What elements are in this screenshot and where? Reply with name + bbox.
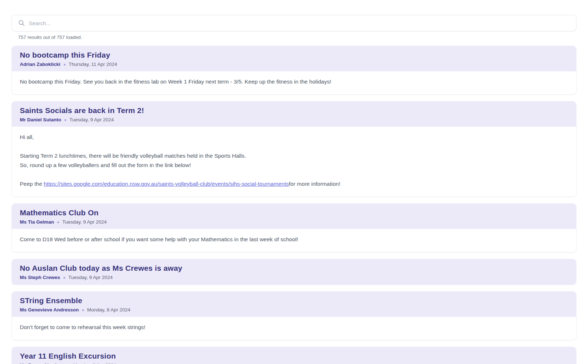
announcement-card: Saints Socials are back in Term 2! Mr Da… (12, 101, 576, 197)
announcement-date: Tuesday, 9 Apr 2024 (62, 219, 107, 225)
announcement-card: Year 11 English Excursion Ms Emma Abraha… (12, 347, 576, 364)
announcement-author: Mr Daniel Sutanto (20, 117, 61, 123)
search-input[interactable] (29, 20, 570, 26)
announcement-text: Come to D18 Wed before or after school i… (20, 236, 298, 242)
dot-separator-icon (64, 64, 66, 66)
announcement-paragraph: Starting Term 2 lunchtimes, there will b… (20, 151, 568, 161)
announcement-meta: Mr Daniel Sutanto Tuesday, 9 Apr 2024 (20, 117, 568, 123)
announcement-date: Tuesday, 9 Apr 2024 (68, 274, 113, 281)
announcement-text: for more information! (289, 181, 340, 187)
announcement-paragraph (20, 142, 568, 151)
announcement-card: Mathematics Club On Ms Tia Gelman Tuesda… (12, 203, 576, 252)
search-icon (18, 20, 25, 26)
announcement-date: Monday, 8 Apr 2024 (73, 362, 116, 364)
announcement-header: STring Ensemble Ms Genevieve Andresson M… (12, 292, 576, 317)
announcement-header: Year 11 English Excursion Ms Emma Abraha… (12, 347, 576, 364)
announcement-body: Don't forget to come to rehearsal this w… (12, 317, 576, 340)
announcement-text: Starting Term 2 lunchtimes, there will b… (20, 153, 246, 159)
announcement-text: So, round up a few volleyballers and fil… (20, 162, 191, 168)
dot-separator-icon (63, 277, 65, 279)
announcement-text: No bootcamp this Friday. See you back in… (20, 78, 331, 85)
announcements-list: No bootcamp this Friday Adrian Zaboklick… (12, 46, 576, 364)
announcement-meta: Ms Steph Crewes Tuesday, 9 Apr 2024 (20, 274, 568, 281)
announcement-author: Adrian Zaboklicki (20, 61, 61, 68)
search-bar (12, 15, 576, 31)
announcement-author: Ms Tia Gelman (20, 219, 54, 225)
announcement-author: Ms Genevieve Andresson (20, 307, 79, 313)
announcement-date: Thursday, 11 Apr 2024 (69, 61, 117, 68)
announcement-header: Mathematics Club On Ms Tia Gelman Tuesda… (12, 204, 576, 229)
announcement-body: Hi all, Starting Term 2 lunchtimes, ther… (12, 127, 576, 197)
announcement-title: No Auslan Club today as Ms Crewes is awa… (20, 264, 568, 273)
announcement-date: Monday, 8 Apr 2024 (87, 307, 130, 313)
announcement-text: Don't forget to come to rehearsal this w… (20, 324, 145, 330)
announcement-paragraph: Come to D18 Wed before or after school i… (20, 235, 568, 244)
announcement-paragraph: Don't forget to come to rehearsal this w… (20, 323, 568, 332)
announcement-title: Saints Socials are back in Term 2! (20, 106, 568, 115)
announcement-header: Saints Socials are back in Term 2! Mr Da… (12, 102, 576, 127)
announcement-card: No bootcamp this Friday Adrian Zaboklick… (12, 46, 576, 95)
announcement-meta: Ms Tia Gelman Tuesday, 9 Apr 2024 (20, 219, 568, 225)
dot-separator-icon (57, 221, 59, 223)
announcement-author: Ms Emma Abraham (20, 362, 65, 364)
announcement-card: No Auslan Club today as Ms Crewes is awa… (12, 259, 576, 285)
announcement-title: No bootcamp this Friday (20, 50, 568, 60)
announcement-paragraph: No bootcamp this Friday. See you back in… (20, 77, 568, 86)
announcement-text: Hi all, (20, 134, 34, 140)
announcement-title: Year 11 English Excursion (20, 351, 568, 361)
dot-separator-icon (64, 119, 66, 121)
announcement-author: Ms Steph Crewes (20, 274, 60, 281)
announcement-text: Peep the (20, 181, 44, 187)
announcement-paragraph: Hi all, (20, 132, 568, 142)
announcement-card: STring Ensemble Ms Genevieve Andresson M… (12, 291, 576, 340)
announcement-paragraph: Peep the https://sites.google.com/educat… (20, 179, 568, 189)
announcement-body: No bootcamp this Friday. See you back in… (12, 71, 576, 94)
announcement-header: No bootcamp this Friday Adrian Zaboklick… (12, 46, 576, 71)
announcement-title: Mathematics Club On (20, 208, 568, 217)
announcement-paragraph: So, round up a few volleyballers and fil… (20, 161, 568, 170)
announcement-date: Tuesday, 9 Apr 2024 (70, 117, 114, 123)
announcement-meta: Ms Emma Abraham Monday, 8 Apr 2024 (20, 362, 568, 364)
results-count: 757 results out of 757 loaded. (12, 35, 576, 40)
dot-separator-icon (82, 309, 84, 311)
announcement-body: Come to D18 Wed before or after school i… (12, 229, 576, 252)
announcement-header: No Auslan Club today as Ms Crewes is awa… (12, 259, 576, 284)
announcement-title: STring Ensemble (20, 296, 568, 305)
announcement-meta: Ms Genevieve Andresson Monday, 8 Apr 202… (20, 307, 568, 313)
announcement-paragraph (20, 170, 568, 179)
announcement-meta: Adrian Zaboklicki Thursday, 11 Apr 2024 (20, 61, 568, 68)
announcement-link[interactable]: https://sites.google.com/education.nsw.g… (44, 181, 289, 187)
